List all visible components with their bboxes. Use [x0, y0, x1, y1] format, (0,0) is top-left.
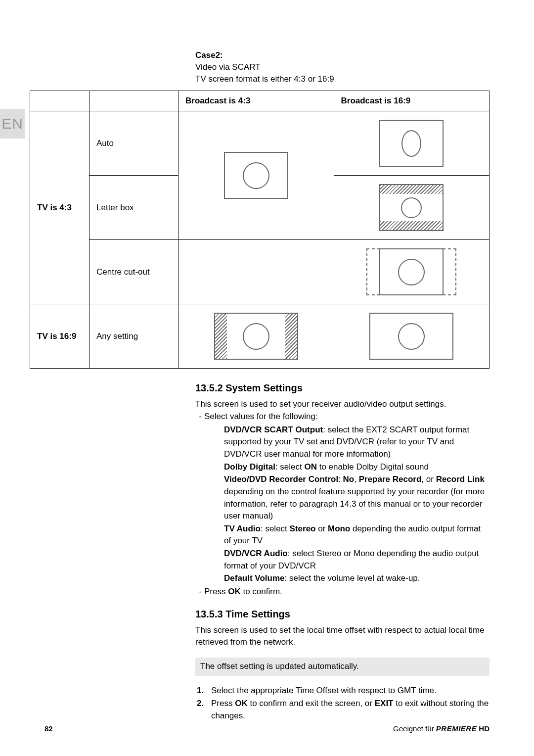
diagram-43-auto-b169	[334, 111, 490, 176]
time-step-1: Select the appropriate Time Offset with …	[206, 685, 490, 697]
language-tab: EN	[0, 109, 25, 139]
fmt-centrecut: Centre cut-out	[89, 240, 178, 304]
opt-recorder: Video/DVD Recorder Control: No, Prepare …	[224, 473, 490, 522]
heading-time-settings: 13.5.3 Time Settings	[195, 607, 490, 621]
time-intro: This screen is used to set the local tim…	[195, 624, 490, 649]
time-note: The offset setting is updated automatica…	[195, 658, 490, 676]
case-label: Case2:	[195, 50, 223, 60]
page-footer: 82 Geeignet für PREMIERE HD	[44, 724, 490, 733]
case-line-1: Video via SCART	[195, 62, 261, 72]
sys-select-line: Select values for the following: DVD/VCR…	[204, 411, 490, 585]
heading-system-settings: 13.5.2 System Settings	[195, 381, 490, 395]
row-tv-169: TV is 16:9	[30, 304, 89, 369]
opt-tvaudio: TV Audio: select Stereo or Mono dependin…	[224, 523, 490, 547]
diagram-43-auto-letterbox-b43	[178, 111, 334, 240]
case-header: Case2: Video via SCART TV screen format …	[195, 49, 490, 85]
diagram-43-centrecut-b43	[178, 240, 334, 304]
opt-dolby: Dolby Digital: select ON to enable Dolby…	[224, 461, 490, 473]
case-line-2: TV screen format is either 4:3 or 16:9	[195, 74, 334, 84]
opt-dvdvcr-scart: DVD/VCR SCART Output: select the EXT2 SC…	[224, 424, 490, 461]
footer-brand: Geeignet für PREMIERE HD	[393, 724, 490, 733]
page-number: 82	[44, 724, 53, 733]
col-broadcast-43: Broadcast is 4:3	[178, 91, 334, 111]
col-broadcast-169: Broadcast is 16:9	[334, 91, 490, 111]
fmt-any: Any setting	[89, 304, 178, 369]
fmt-letterbox: Letter box	[89, 176, 178, 240]
opt-default-volume: Default Volume: select the volume level …	[224, 572, 490, 585]
time-step-2: Press OK to confirm and exit the screen,…	[206, 698, 490, 722]
opt-dvdvcr-audio: DVD/VCR Audio: select Stereo or Mono dep…	[224, 548, 490, 572]
sys-press-ok: Press OK to confirm.	[204, 586, 490, 598]
diagram-43-letterbox-b169	[334, 176, 490, 240]
aspect-ratio-table: Broadcast is 4:3 Broadcast is 16:9 TV is…	[30, 91, 490, 369]
fmt-auto: Auto	[89, 111, 178, 176]
diagram-169-any-b43	[178, 304, 334, 369]
row-tv-43: TV is 4:3	[30, 111, 89, 304]
sys-intro: This screen is used to set your receiver…	[195, 398, 490, 411]
diagram-169-any-b169	[334, 304, 490, 369]
diagram-43-centrecut-b169	[334, 240, 490, 304]
